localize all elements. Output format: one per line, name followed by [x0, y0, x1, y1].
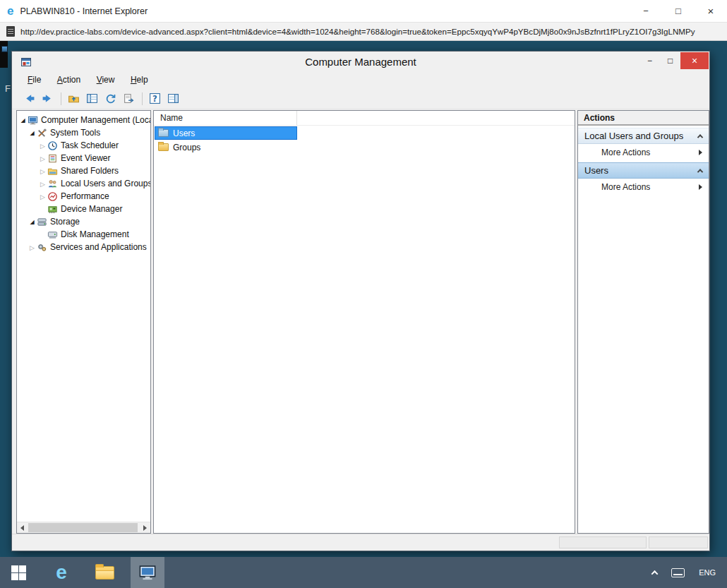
forward-button[interactable] — [39, 91, 56, 107]
expand-arrow-icon[interactable] — [38, 139, 47, 152]
browser-minimize-button[interactable]: − — [630, 0, 662, 22]
back-button[interactable] — [20, 91, 37, 107]
language-label: ENG — [699, 568, 716, 577]
tray-language-button[interactable]: ENG — [692, 557, 723, 588]
actions-group-header-users[interactable]: Users — [578, 162, 709, 179]
collapse-chevron-icon[interactable] — [697, 134, 703, 140]
tree-item-label: Performance — [60, 191, 109, 201]
more-actions-button[interactable]: More Actions — [578, 179, 709, 195]
folder-icon — [158, 129, 169, 137]
up-one-level-button[interactable] — [65, 91, 82, 107]
tree-item-event-viewer[interactable]: Event Viewer — [17, 152, 150, 164]
tree-item-shared-folders[interactable]: Shared Folders — [17, 164, 150, 177]
shared-folders-icon — [47, 166, 60, 176]
tree-item-label: Task Scheduler — [60, 140, 119, 150]
menu-bar: File Action View Help — [12, 73, 709, 88]
tray-show-hidden-icons-button[interactable] — [645, 557, 664, 588]
url-text[interactable]: http://dev.practice-labs.com/device-adva… — [20, 27, 695, 36]
list-item-users[interactable]: Users — [155, 126, 297, 140]
taskbar-file-explorer-button[interactable] — [88, 557, 121, 588]
expand-arrow-icon[interactable] — [38, 177, 47, 190]
tree-item-disk-management[interactable]: Disk Management — [17, 228, 150, 241]
scroll-right-icon[interactable] — [140, 522, 150, 533]
menu-action[interactable]: Action — [51, 73, 87, 87]
forward-arrow-icon — [42, 92, 54, 104]
actions-group-local-users-and-groups: Local Users and Groups More Actions — [578, 128, 709, 160]
back-arrow-icon — [23, 92, 35, 104]
expand-arrow-icon[interactable] — [38, 164, 47, 177]
taskbar-computer-management-button[interactable] — [131, 557, 164, 588]
actions-group-label: Local Users and Groups — [584, 131, 683, 141]
export-list-button[interactable] — [120, 91, 137, 107]
tree-item-local-users-and-groups[interactable]: Local Users and Groups — [17, 177, 150, 190]
tree-item-system-tools[interactable]: System Tools — [17, 126, 150, 139]
file-explorer-icon — [95, 566, 114, 580]
browser-title: PLABWIN810 - Internet Explorer — [20, 6, 148, 16]
refresh-button[interactable] — [102, 91, 119, 107]
more-actions-label: More Actions — [601, 148, 650, 157]
background-text: F — [5, 83, 11, 94]
keyboard-icon — [671, 568, 685, 577]
collapse-chevron-icon[interactable] — [697, 169, 703, 174]
tree-item-task-scheduler[interactable]: Task Scheduler — [17, 139, 150, 152]
expand-arrow-icon[interactable] — [28, 241, 37, 253]
menu-file[interactable]: File — [21, 73, 47, 87]
expand-arrow-icon[interactable] — [38, 190, 47, 203]
column-divider[interactable] — [296, 111, 297, 126]
export-list-icon — [123, 92, 135, 104]
tree-item-label: Storage — [49, 217, 80, 227]
tree-item-computer-management[interactable]: Computer Management (Local) — [17, 114, 150, 126]
list-item-groups[interactable]: Groups — [155, 140, 297, 154]
window-titlebar: Computer Management − □ × — [12, 52, 709, 73]
tree-item-label: Local Users and Groups — [60, 179, 150, 188]
taskbar-internet-explorer-button[interactable] — [44, 557, 78, 588]
column-name-label: Name — [160, 113, 183, 123]
expand-arrow-icon[interactable] — [28, 126, 37, 139]
actions-pane-title: Actions — [578, 111, 709, 126]
actions-group-users: Users More Actions — [578, 162, 709, 195]
tree-item-services-and-applications[interactable]: Services and Applications — [17, 241, 150, 253]
show-action-pane-button[interactable] — [164, 91, 181, 107]
disk-management-icon — [47, 229, 60, 240]
tree-item-device-manager[interactable]: Device Manager — [17, 203, 150, 215]
storage-icon — [37, 217, 49, 227]
actions-group-header-local-users-and-groups[interactable]: Local Users and Groups — [578, 128, 709, 144]
computer-management-window: Computer Management − □ × File Action Vi… — [11, 51, 710, 551]
submenu-arrow-icon — [699, 184, 702, 190]
window-close-button[interactable]: × — [680, 52, 709, 69]
tree-item-label: Device Manager — [60, 204, 122, 214]
page-icon — [6, 26, 15, 37]
device-manager-icon — [47, 204, 60, 215]
internet-explorer-icon — [56, 563, 67, 582]
windows-logo-icon — [11, 565, 26, 580]
more-actions-button[interactable]: More Actions — [578, 144, 709, 160]
list-item-label: Groups — [173, 143, 200, 152]
expand-arrow-icon[interactable] — [28, 215, 37, 228]
menu-view[interactable]: View — [90, 73, 121, 87]
browser-maximize-button[interactable]: □ — [662, 0, 695, 22]
users-groups-icon — [47, 179, 60, 189]
tree-item-storage[interactable]: Storage — [17, 215, 150, 228]
list-item-label: Users — [173, 128, 195, 138]
start-button[interactable] — [1, 557, 35, 588]
scrollbar-track[interactable] — [28, 522, 140, 533]
window-maximize-button[interactable]: □ — [660, 52, 680, 69]
status-bar — [12, 534, 709, 551]
scroll-left-icon[interactable] — [17, 522, 28, 533]
tree-horizontal-scrollbar[interactable] — [17, 522, 150, 533]
help-button[interactable]: ? — [146, 91, 163, 107]
actions-group-label: Users — [584, 165, 608, 176]
window-minimize-button[interactable]: − — [639, 52, 660, 69]
console-tree-icon — [86, 92, 98, 104]
address-bar[interactable]: http://dev.practice-labs.com/device-adva… — [0, 23, 727, 41]
expand-arrow-icon[interactable] — [38, 152, 47, 164]
tray-keyboard-button[interactable] — [664, 557, 692, 588]
tree-item-performance[interactable]: Performance — [17, 190, 150, 203]
list-column-header[interactable]: Name — [154, 111, 575, 126]
browser-close-button[interactable]: × — [695, 0, 727, 22]
scrollbar-thumb[interactable] — [28, 523, 138, 532]
show-console-tree-button[interactable] — [83, 91, 100, 107]
system-tools-icon — [37, 128, 49, 138]
menu-help[interactable]: Help — [124, 73, 155, 87]
expand-arrow-icon[interactable] — [18, 114, 28, 126]
